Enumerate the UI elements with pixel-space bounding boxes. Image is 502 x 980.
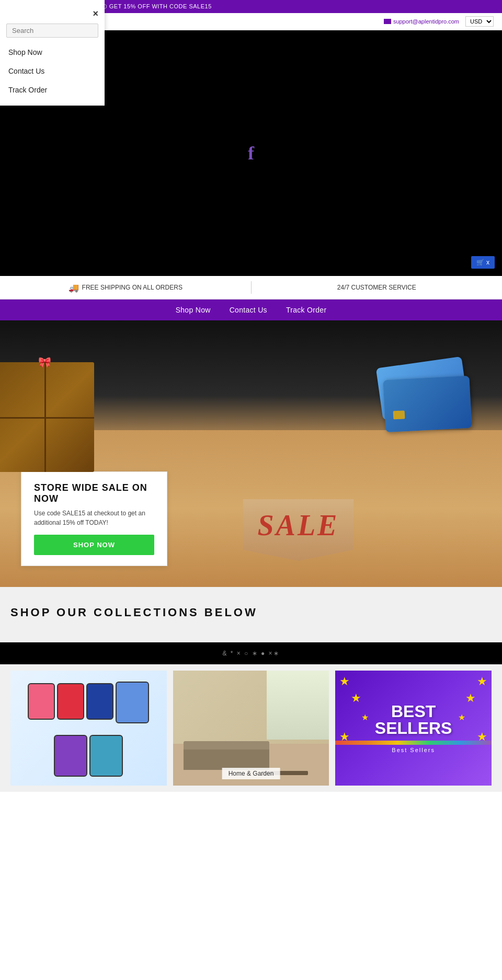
sale-hero-banner: 🎀 SALE STORE WIDE SALE ON NOW Use code S… xyxy=(0,320,502,587)
currency-selector[interactable]: USD xyxy=(465,16,494,27)
star-8: ★ xyxy=(458,712,465,722)
service-text: 24/7 CUSTOMER SERVICE xyxy=(337,284,416,291)
mobile-menu-header: × xyxy=(0,6,105,24)
tablet-mini-4 xyxy=(116,682,149,723)
sale-promo-title: STORE WIDE SALE ON NOW xyxy=(34,482,154,504)
cart-badge[interactable]: 🛒 x xyxy=(471,256,495,269)
tablet-mini-2 xyxy=(57,683,84,720)
email-icon xyxy=(384,19,391,24)
truck-icon: 🚚 xyxy=(69,283,79,293)
mobile-nav-shop-now[interactable]: Shop Now xyxy=(0,43,105,62)
home-garden-image: Home & Garden xyxy=(173,671,329,786)
star-7: ★ xyxy=(361,712,369,722)
product-card-tablets[interactable] xyxy=(10,671,167,786)
search-input[interactable] xyxy=(6,24,98,38)
facebook-icon[interactable]: f xyxy=(248,142,254,164)
cart-count: x xyxy=(486,259,489,266)
nav-track-order[interactable]: Track Order xyxy=(286,306,326,314)
product-card-home[interactable]: Home & Garden xyxy=(173,671,329,786)
tablet-image xyxy=(10,671,167,786)
product-card-bestsellers[interactable]: ★ ★ ★ ★ ★ ★ ★ ★ BESTSELLERS Best Sellers xyxy=(335,671,492,786)
sale-promo-description: Use code SALE15 at checkout to get an ad… xyxy=(34,509,154,527)
info-strip: 🚚 FREE SHIPPING ON ALL ORDERS 24/7 CUSTO… xyxy=(0,276,502,299)
star-4: ★ xyxy=(465,691,476,705)
cart-icon: 🛒 xyxy=(476,259,484,266)
star-1: ★ xyxy=(339,675,350,688)
tablet-mini-3 xyxy=(86,683,113,720)
support-email[interactable]: support@aplentidpro.com xyxy=(384,18,459,25)
mobile-nav-contact-us[interactable]: Contact Us xyxy=(0,62,105,80)
nav-contact-us[interactable]: Contact Us xyxy=(230,306,267,314)
sale-promo-box: STORE WIDE SALE ON NOW Use code SALE15 a… xyxy=(21,471,167,566)
service-info: 24/7 CUSTOMER SERVICE xyxy=(252,284,503,291)
mobile-nav-track-order[interactable]: Track Order xyxy=(0,80,105,99)
product-grid: Home & Garden ★ ★ ★ ★ ★ ★ ★ ★ BESTSELLER… xyxy=(0,664,502,792)
collections-title: SHOP OUR COLLECTIONS BELOW xyxy=(10,606,492,619)
tablet-mini-5 xyxy=(54,735,87,777)
star-3: ★ xyxy=(351,691,361,705)
shipping-info: 🚚 FREE SHIPPING ON ALL ORDERS xyxy=(0,283,251,293)
best-sellers-title: BESTSELLERS xyxy=(375,703,452,736)
search-bar xyxy=(0,24,105,43)
best-sellers-image: ★ ★ ★ ★ ★ ★ ★ ★ BESTSELLERS Best Sellers xyxy=(335,671,492,786)
mobile-menu: × Shop Now Contact Us Track Order xyxy=(0,0,105,106)
home-garden-label: Home & Garden xyxy=(222,768,280,779)
shipping-text: FREE SHIPPING ON ALL ORDERS xyxy=(82,284,182,291)
rainbow-bar xyxy=(335,741,492,745)
sale-tag-text: SALE xyxy=(257,509,339,541)
star-2: ★ xyxy=(477,675,487,688)
close-button[interactable]: × xyxy=(93,8,98,19)
dark-sub-bar: & * × ○ ∗ ● ×∗ xyxy=(0,642,502,664)
tablet-mini-6 xyxy=(89,735,123,777)
purple-nav: Shop Now Contact Us Track Order xyxy=(0,299,502,320)
sale-promo-button[interactable]: SHOP NOW xyxy=(34,535,154,555)
nav-shop-now[interactable]: Shop Now xyxy=(176,306,211,314)
sub-bar-text: & * × ○ ∗ ● ×∗ xyxy=(222,650,279,657)
collections-section: SHOP OUR COLLECTIONS BELOW xyxy=(0,587,502,642)
best-sellers-sub-label: Best Sellers xyxy=(392,747,435,753)
tablet-mini-1 xyxy=(28,683,55,720)
